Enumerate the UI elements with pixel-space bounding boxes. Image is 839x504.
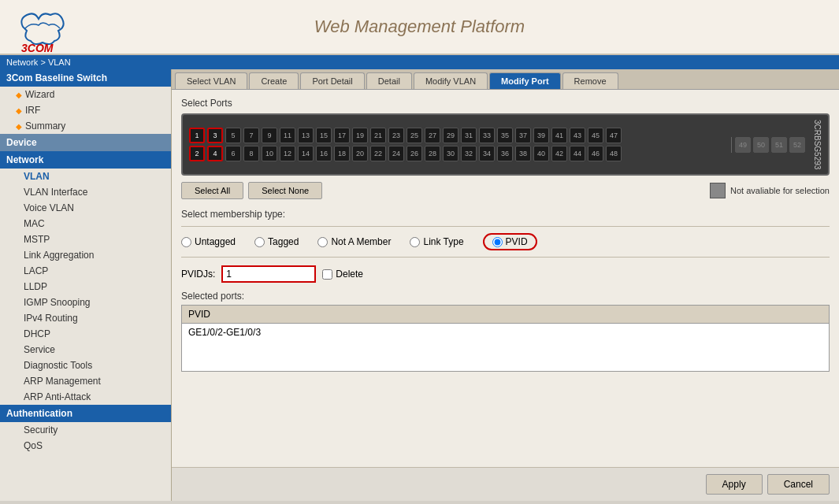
sidebar-item-lldp[interactable]: LLDP: [0, 279, 171, 295]
port-8[interactable]: 8: [243, 146, 259, 161]
radio-link-type[interactable]: Link Type: [410, 236, 463, 247]
port-9[interactable]: 9: [262, 128, 277, 143]
select-none-button[interactable]: Select None: [248, 182, 322, 199]
radio-untagged-input[interactable]: [181, 237, 191, 247]
sidebar-item-vlan-interface[interactable]: VLAN Interface: [0, 184, 171, 200]
tab-select-vlan[interactable]: Select VLAN: [175, 72, 247, 89]
sidebar-item-arp-anti-attack[interactable]: ARP Anti-Attack: [0, 389, 171, 405]
port-43[interactable]: 43: [570, 128, 585, 143]
sidebar-item-lacp[interactable]: LACP: [0, 263, 171, 279]
select-all-button[interactable]: Select All: [181, 182, 243, 199]
sidebar-item-voice-vlan[interactable]: Voice VLAN: [0, 200, 171, 216]
port-37[interactable]: 37: [515, 128, 531, 143]
port-44[interactable]: 44: [570, 146, 585, 161]
port-50[interactable]: 50: [753, 137, 769, 153]
port-41[interactable]: 41: [551, 128, 567, 143]
port-22[interactable]: 22: [370, 146, 386, 161]
sidebar-item-irf[interactable]: ◆ IRF: [0, 102, 171, 118]
port-11[interactable]: 11: [280, 128, 295, 143]
port-4[interactable]: 4: [207, 146, 223, 161]
tab-port-detail[interactable]: Port Detail: [300, 72, 364, 89]
port-2[interactable]: 2: [189, 146, 205, 161]
port-1[interactable]: 1: [189, 128, 205, 143]
delete-checkbox[interactable]: [322, 269, 332, 280]
sidebar-item-mstp[interactable]: MSTP: [0, 232, 171, 247]
port-46[interactable]: 46: [588, 146, 603, 161]
sidebar-item-summary[interactable]: ◆ Summary: [0, 118, 171, 134]
port-17[interactable]: 17: [334, 128, 350, 143]
port-16[interactable]: 16: [316, 146, 332, 161]
radio-not-a-member-input[interactable]: [317, 237, 328, 247]
port-19[interactable]: 19: [352, 128, 368, 143]
port-34[interactable]: 34: [479, 146, 495, 161]
tab-remove[interactable]: Remove: [562, 72, 618, 89]
port-52[interactable]: 52: [789, 137, 805, 153]
port-7[interactable]: 7: [243, 128, 259, 143]
sidebar-item-diagnostic-tools[interactable]: Diagnostic Tools: [0, 358, 171, 373]
port-18[interactable]: 18: [334, 146, 350, 161]
port-26[interactable]: 26: [407, 146, 422, 161]
sidebar-item-link-aggregation[interactable]: Link Aggregation: [0, 247, 171, 263]
port-29[interactable]: 29: [443, 128, 458, 143]
sidebar-item-dhcp[interactable]: DHCP: [0, 326, 171, 342]
sidebar-item-mac[interactable]: MAC: [0, 216, 171, 232]
tab-detail[interactable]: Detail: [366, 72, 412, 89]
radio-tagged-input[interactable]: [254, 237, 265, 247]
pvid-input[interactable]: [221, 265, 316, 283]
sidebar-device-header: Device: [0, 134, 171, 151]
sidebar-item-qos[interactable]: QoS: [0, 438, 171, 454]
sidebar-item-ipv4-routing[interactable]: IPv4 Routing: [0, 310, 171, 326]
port-5[interactable]: 5: [225, 128, 241, 143]
port-33[interactable]: 33: [479, 128, 495, 143]
port-31[interactable]: 31: [461, 128, 477, 143]
tab-create[interactable]: Create: [249, 72, 299, 89]
port-21[interactable]: 21: [370, 128, 386, 143]
sidebar-item-security[interactable]: Security: [0, 422, 171, 438]
radio-tagged[interactable]: Tagged: [254, 236, 299, 247]
port-24[interactable]: 24: [388, 146, 404, 161]
port-20[interactable]: 20: [352, 146, 368, 161]
port-3[interactable]: 3: [207, 128, 223, 143]
apply-button[interactable]: Apply: [706, 474, 763, 495]
port-42[interactable]: 42: [551, 146, 567, 161]
tab-modify-vlan[interactable]: Modify VLAN: [414, 72, 488, 89]
port-51[interactable]: 51: [771, 137, 787, 153]
port-15[interactable]: 15: [316, 128, 332, 143]
cancel-button[interactable]: Cancel: [767, 474, 830, 495]
port-23[interactable]: 23: [388, 128, 404, 143]
port-12[interactable]: 12: [280, 146, 295, 161]
port-47[interactable]: 47: [606, 128, 622, 143]
port-27[interactable]: 27: [425, 128, 440, 143]
port-6[interactable]: 6: [225, 146, 241, 161]
port-39[interactable]: 39: [533, 128, 549, 143]
sidebar-item-wizard[interactable]: ◆ Wizard: [0, 87, 171, 102]
tab-modify-port[interactable]: Modify Port: [489, 72, 561, 89]
port-38[interactable]: 38: [515, 146, 531, 161]
port-45[interactable]: 45: [588, 128, 603, 143]
port-30[interactable]: 30: [443, 146, 458, 161]
diamond-icon: ◆: [16, 91, 22, 99]
port-36[interactable]: 36: [497, 146, 513, 161]
port-10[interactable]: 10: [262, 146, 277, 161]
radio-not-a-member[interactable]: Not A Member: [317, 236, 391, 247]
port-35[interactable]: 35: [497, 128, 513, 143]
radio-pvid[interactable]: PVID: [483, 233, 537, 250]
radio-pvid-input[interactable]: [492, 237, 503, 247]
port-13[interactable]: 13: [298, 128, 314, 143]
port-32[interactable]: 32: [461, 146, 477, 161]
port-49[interactable]: 49: [735, 137, 751, 153]
sidebar-item-service[interactable]: Service: [0, 342, 171, 358]
sidebar-item-vlan[interactable]: VLAN: [0, 169, 171, 184]
sidebar-network-header[interactable]: Network: [0, 151, 171, 169]
sidebar-item-arp-management[interactable]: ARP Management: [0, 373, 171, 389]
radio-link-type-input[interactable]: [410, 237, 420, 247]
port-48[interactable]: 48: [606, 146, 622, 161]
radio-untagged[interactable]: Untagged: [181, 236, 236, 247]
sidebar-item-igmp-snooping[interactable]: IGMP Snooping: [0, 295, 171, 310]
diamond-icon: ◆: [16, 122, 22, 131]
port-25[interactable]: 25: [407, 128, 422, 143]
port-28[interactable]: 28: [425, 146, 440, 161]
delete-checkbox-wrapper: Delete: [322, 269, 363, 280]
port-40[interactable]: 40: [533, 146, 549, 161]
port-14[interactable]: 14: [298, 146, 314, 161]
